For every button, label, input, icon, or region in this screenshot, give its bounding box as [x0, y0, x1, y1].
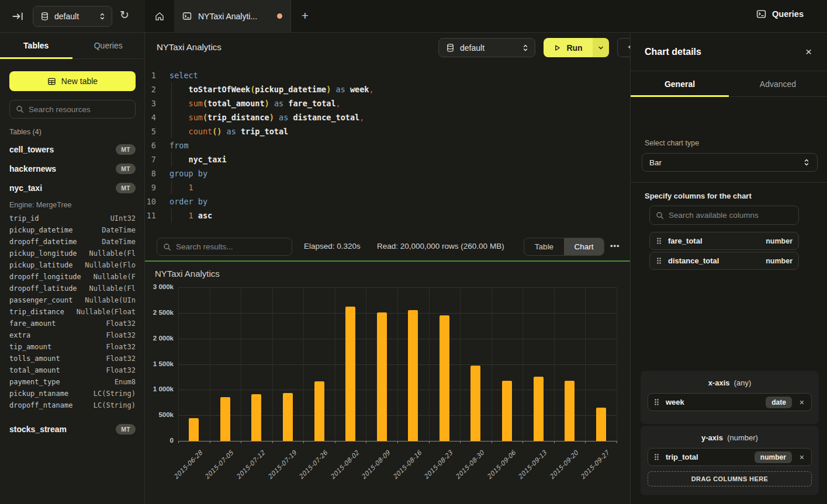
- unfold-icon: [99, 12, 106, 20]
- code-line-4[interactable]: 4 sum(trip_distance) as distance_total,: [145, 110, 630, 124]
- unfold-icon: [522, 44, 529, 52]
- bar-2015-08-23[interactable]: [440, 315, 449, 441]
- code-line-5[interactable]: 5 count() as trip_total: [145, 124, 630, 138]
- new-table-button[interactable]: New table: [9, 71, 136, 91]
- view-toggle-chart[interactable]: Chart: [564, 238, 604, 255]
- code-line-1[interactable]: 1select: [145, 68, 630, 82]
- bar-2015-09-20[interactable]: [565, 381, 575, 441]
- table-item-hackernews[interactable]: hackernewsMT: [0, 159, 145, 178]
- x-axis-item-week[interactable]: weekdate×: [648, 393, 812, 411]
- rows-read-stat: Read: 20,000,000 rows (260.00 MB): [377, 242, 504, 251]
- tables-section-label: Tables (4): [9, 128, 41, 136]
- refresh-icon[interactable]: ↻: [120, 8, 129, 21]
- y-tick-label: 3 000k: [142, 283, 174, 290]
- table-item-nyc_taxi[interactable]: nyc_taxiMT: [0, 178, 145, 197]
- code-line-11[interactable]: 11 1 asc: [145, 208, 630, 223]
- table-item-cell_towers[interactable]: cell_towersMT: [0, 140, 145, 159]
- remove-icon[interactable]: ×: [798, 453, 806, 462]
- queries-button[interactable]: Queries: [756, 9, 804, 19]
- run-label: Run: [566, 43, 582, 53]
- more-options-icon[interactable]: •••: [610, 241, 620, 250]
- topbar-database-value: default: [54, 12, 94, 21]
- bar-2015-07-26[interactable]: [314, 381, 324, 441]
- queries-label: Queries: [772, 9, 804, 19]
- bar-2015-07-19[interactable]: [283, 393, 293, 441]
- tab-advanced[interactable]: Advanced: [729, 71, 827, 96]
- column-tolls_amount: tolls_amountFloat32: [0, 353, 145, 364]
- x-tick-label: 2015-09-20: [548, 449, 579, 481]
- bar-2015-07-12[interactable]: [251, 394, 261, 441]
- run-button[interactable]: Run: [544, 38, 609, 57]
- engine-badge: MT: [116, 183, 136, 193]
- topbar: default ↻ NYTaxi Analyti...: [0, 0, 827, 33]
- drag-handle-icon[interactable]: [653, 453, 660, 461]
- column-pickup_datetime: pickup_datetimeDateTime: [0, 224, 145, 236]
- bar-2015-09-13[interactable]: [534, 377, 544, 442]
- bar-2015-06-28[interactable]: [189, 418, 199, 441]
- home-button[interactable]: [145, 0, 174, 32]
- code-line-10[interactable]: 10order by: [145, 194, 630, 208]
- engine-badge: MT: [116, 164, 136, 174]
- column-pickup_longitude: pickup_longitudeNullable(Fl: [0, 248, 145, 259]
- results-search[interactable]: [157, 238, 292, 256]
- x-axis-box: x-axis (any) weekdate×: [641, 371, 819, 424]
- x-tick-label: 2015-08-30: [454, 449, 486, 481]
- view-toggle-table[interactable]: Table: [524, 238, 564, 255]
- bar-2015-09-06[interactable]: [502, 381, 512, 441]
- bar-chart: 0500k1 000k1 500k2 000k2 500k3 000k2015-…: [178, 287, 617, 441]
- columns-search-input[interactable]: [669, 211, 793, 220]
- editor-database-selector[interactable]: default: [438, 38, 535, 57]
- tab-general[interactable]: General: [631, 71, 729, 96]
- unfold-icon: [803, 158, 810, 166]
- available-column-distance_total[interactable]: distance_totalnumber: [649, 252, 799, 270]
- columns-search[interactable]: [649, 206, 799, 225]
- y-axis-item-trip_total[interactable]: trip_totalnumber×: [648, 448, 812, 466]
- y-tick-label: 0: [142, 437, 174, 444]
- close-icon[interactable]: ×: [805, 46, 812, 58]
- chart-type-label: Select chart type: [645, 139, 699, 147]
- chart-title: NYTaxi Analytics: [155, 269, 220, 279]
- database-icon: [446, 43, 455, 53]
- bar-2015-08-16[interactable]: [408, 310, 418, 441]
- results-toolbar: Elapsed: 0.320s Read: 20,000,000 rows (2…: [145, 234, 630, 259]
- code-line-2[interactable]: 2 toStartOfWeek(pickup_datetime) as week…: [145, 82, 630, 96]
- bar-2015-08-30[interactable]: [470, 366, 480, 441]
- sidebar-search-input[interactable]: [29, 105, 132, 114]
- code-line-6[interactable]: 6from: [145, 138, 630, 152]
- code-line-9[interactable]: 9 1: [145, 180, 630, 194]
- sidebar-search[interactable]: [9, 100, 136, 119]
- collapse-sidebar-icon[interactable]: [12, 10, 26, 23]
- bar-2015-08-09[interactable]: [377, 312, 387, 441]
- available-column-fare_total[interactable]: fare_totalnumber: [649, 232, 799, 250]
- x-tick-label: 2015-08-23: [423, 449, 454, 481]
- drag-columns-drop-zone[interactable]: DRAG COLUMNS HERE: [648, 471, 812, 486]
- search-icon: [163, 243, 171, 251]
- chart-type-select[interactable]: Bar: [642, 153, 818, 172]
- code-line-3[interactable]: 3 sum(total_amount) as fare_total,: [145, 96, 630, 110]
- y-tick-label: 500k: [142, 411, 174, 418]
- topbar-database-selector[interactable]: default: [33, 6, 112, 27]
- code-line-7[interactable]: 7 nyc_taxi: [145, 152, 630, 166]
- database-icon: [40, 12, 49, 21]
- type-badge: date: [766, 397, 792, 408]
- results-search-input[interactable]: [176, 242, 286, 251]
- drag-handle-icon[interactable]: [656, 237, 662, 245]
- sidebar-tab-queries[interactable]: Queries: [72, 33, 145, 58]
- run-options-caret[interactable]: [593, 38, 609, 57]
- drag-handle-icon[interactable]: [656, 257, 662, 265]
- y-axis-box: y-axis (number) trip_totalnumber× DRAG C…: [641, 426, 819, 495]
- sidebar-tabs: Tables Queries: [0, 33, 144, 59]
- bar-2015-09-27[interactable]: [596, 408, 606, 441]
- drag-handle-icon[interactable]: [653, 398, 660, 406]
- sql-editor[interactable]: 1select2 toStartOfWeek(pickup_datetime) …: [145, 62, 630, 234]
- sidebar-tab-tables[interactable]: Tables: [0, 33, 72, 58]
- tab-nytaxi-analytics[interactable]: NYTaxi Analyti...: [174, 0, 291, 32]
- table-item-stocks_stream[interactable]: stocks_streamMT: [0, 419, 145, 439]
- code-line-8[interactable]: 8group by: [145, 166, 630, 180]
- new-tab-button[interactable]: +: [297, 8, 313, 25]
- bar-2015-08-02[interactable]: [345, 307, 355, 441]
- bar-2015-07-05[interactable]: [220, 397, 230, 441]
- table-icon: [47, 77, 56, 86]
- x-tick-label: 2015-07-19: [266, 449, 297, 481]
- remove-icon[interactable]: ×: [798, 398, 806, 407]
